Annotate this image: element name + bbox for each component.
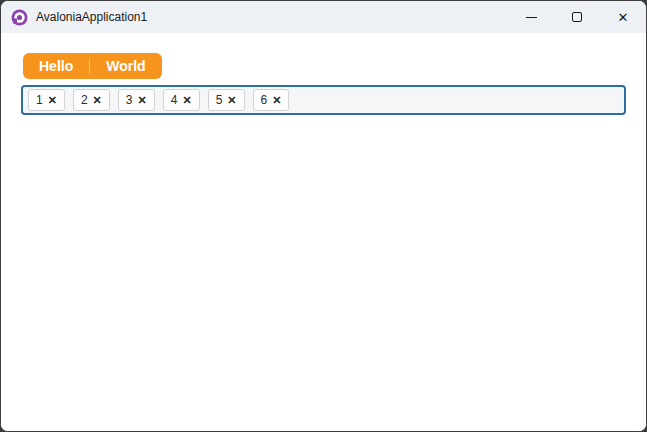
tag-chip: 5 ✕	[208, 89, 245, 111]
tag-chip-value: 3	[126, 93, 133, 107]
tag-chip: 1 ✕	[28, 89, 65, 111]
maximize-icon	[572, 12, 582, 22]
tag-chip-remove-button[interactable]: ✕	[48, 95, 57, 106]
titlebar[interactable]: AvaloniaApplication1 ✕	[1, 1, 646, 33]
tag-chip: 4 ✕	[163, 89, 200, 111]
tag-chip-remove-button[interactable]: ✕	[138, 95, 147, 106]
tab-world[interactable]: World	[90, 53, 161, 79]
tag-chip-remove-button[interactable]: ✕	[93, 95, 102, 106]
minimize-button[interactable]	[508, 1, 554, 33]
app-window: AvaloniaApplication1 ✕ Hello World 1 ✕	[0, 0, 647, 432]
window-controls: ✕	[508, 1, 646, 33]
tag-chip: 6 ✕	[253, 89, 290, 111]
tag-chip: 2 ✕	[73, 89, 110, 111]
window-content: Hello World 1 ✕ 2 ✕ 3 ✕ 4 ✕ 5 ✕	[1, 33, 646, 432]
tag-chip-value: 4	[171, 93, 178, 107]
tag-chip-value: 1	[36, 93, 43, 107]
avalonia-logo-icon	[11, 9, 28, 26]
tab-strip: Hello World	[23, 53, 162, 79]
tag-chip: 3 ✕	[118, 89, 155, 111]
tag-chip-value: 2	[81, 93, 88, 107]
tag-input-box[interactable]: 1 ✕ 2 ✕ 3 ✕ 4 ✕ 5 ✕ 6 ✕	[21, 85, 626, 115]
tag-chip-remove-button[interactable]: ✕	[227, 95, 236, 106]
tag-chip-value: 6	[261, 93, 268, 107]
window-title: AvaloniaApplication1	[36, 10, 147, 24]
tag-chip-remove-button[interactable]: ✕	[272, 95, 281, 106]
minimize-icon	[526, 17, 537, 18]
close-icon: ✕	[618, 11, 629, 24]
close-button[interactable]: ✕	[600, 1, 646, 33]
tag-chip-remove-button[interactable]: ✕	[182, 95, 191, 106]
tab-hello[interactable]: Hello	[23, 53, 89, 79]
tag-chip-value: 5	[216, 93, 223, 107]
maximize-button[interactable]	[554, 1, 600, 33]
